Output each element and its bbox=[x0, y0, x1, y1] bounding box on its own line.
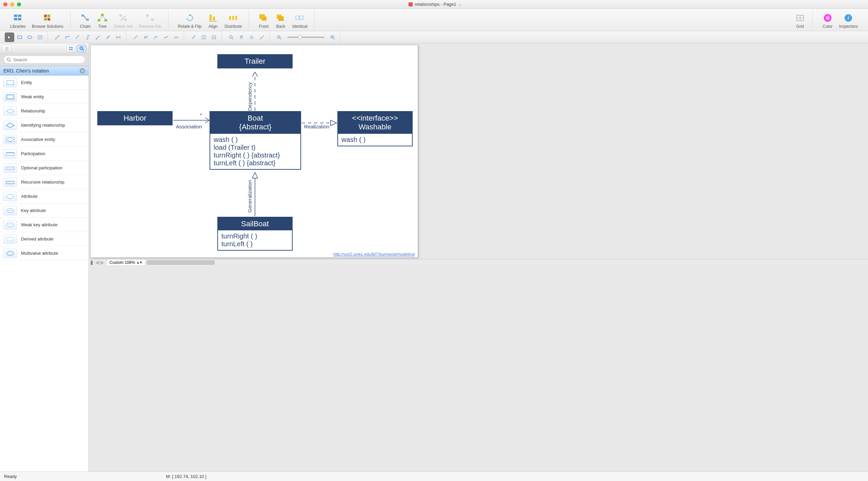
zoom-tool[interactable] bbox=[226, 33, 236, 42]
uml-title: Trailer bbox=[218, 55, 292, 68]
canvas-viewport[interactable]: Trailer Harbor Boat {Abstract} wash ( )l… bbox=[89, 43, 868, 472]
svg-rect-81 bbox=[7, 95, 13, 99]
shape-item[interactable]: Relationship bbox=[0, 104, 88, 118]
delete-link-button[interactable]: Delete link bbox=[112, 10, 135, 29]
svg-rect-16 bbox=[119, 15, 122, 17]
libraries-button[interactable]: Libraries bbox=[8, 10, 28, 29]
zoom-slider[interactable] bbox=[287, 37, 324, 38]
chevron-down-icon[interactable]: ⌄ bbox=[458, 2, 462, 7]
distribute-button[interactable]: Distribute bbox=[222, 10, 244, 29]
shape-item[interactable]: Multivalue attribute bbox=[0, 246, 88, 260]
tree-button[interactable]: Tree bbox=[95, 10, 110, 29]
panel-close-button[interactable]: ✕ bbox=[80, 68, 85, 74]
uml-class-trailer[interactable]: Trailer bbox=[217, 54, 293, 68]
window-controls bbox=[3, 2, 21, 6]
svg-point-101 bbox=[7, 252, 13, 255]
uml-class-harbor[interactable]: Harbor bbox=[97, 111, 173, 125]
conn-6[interactable] bbox=[103, 33, 113, 42]
conn-2[interactable] bbox=[63, 33, 72, 42]
edit-tool-1[interactable] bbox=[189, 33, 198, 42]
canvas[interactable]: Trailer Harbor Boat {Abstract} wash ( )l… bbox=[90, 45, 418, 258]
color-button[interactable]: Color bbox=[820, 10, 835, 29]
align-icon bbox=[208, 13, 218, 23]
svg-rect-50 bbox=[96, 38, 97, 39]
hand-tool[interactable] bbox=[237, 33, 246, 42]
pointer-tool[interactable] bbox=[5, 33, 14, 42]
edit-tool-3[interactable] bbox=[209, 33, 219, 42]
panel-header[interactable]: ERD, Chen's notation ✕ bbox=[0, 66, 88, 76]
shape-item[interactable]: Optional participation bbox=[0, 161, 88, 175]
back-button[interactable]: Back bbox=[273, 10, 288, 29]
minimize-window-button[interactable] bbox=[10, 2, 14, 6]
sidebar-search-button[interactable] bbox=[77, 45, 86, 52]
identical-label: Identical bbox=[292, 24, 308, 29]
shape-item[interactable]: Derived attribute bbox=[0, 232, 88, 246]
shape-label: Entity bbox=[21, 80, 32, 85]
attribution-link[interactable]: http://sce2.umkc.edu/BIT/burrise/pl/mode… bbox=[333, 252, 415, 257]
uml-interface-washable[interactable]: <<interface>> Washable wash ( ) bbox=[337, 111, 413, 146]
grid-button[interactable]: Grid bbox=[793, 10, 808, 29]
close-window-button[interactable] bbox=[3, 2, 7, 6]
maximize-window-button[interactable] bbox=[17, 2, 21, 6]
polyline-tool[interactable] bbox=[141, 33, 151, 42]
bezier-tool[interactable] bbox=[161, 33, 171, 42]
shape-item[interactable]: Attribute bbox=[0, 189, 88, 204]
next-page-button[interactable]: ▶ bbox=[100, 259, 105, 266]
zoom-out-button[interactable] bbox=[274, 33, 284, 42]
inspectors-button[interactable]: i Inspectors bbox=[837, 10, 860, 29]
stamp-tool[interactable] bbox=[247, 33, 256, 42]
reverse-link-label: Reverse link bbox=[139, 24, 161, 29]
shape-item[interactable]: Weak entity bbox=[0, 90, 88, 104]
freehand-tool[interactable] bbox=[172, 33, 181, 42]
zoom-dropdown[interactable]: Custom 108%▲▼ bbox=[106, 259, 145, 266]
chain-button[interactable]: Chain bbox=[78, 10, 93, 29]
shape-label: Optional participation bbox=[21, 165, 62, 170]
text-tool[interactable] bbox=[35, 33, 45, 42]
conn-7[interactable] bbox=[114, 33, 123, 42]
conn-3[interactable] bbox=[73, 33, 82, 42]
svg-point-61 bbox=[230, 36, 232, 38]
conn-1[interactable] bbox=[53, 33, 62, 42]
shape-item[interactable]: Recursive relationship bbox=[0, 175, 88, 189]
shape-thumb bbox=[3, 92, 17, 102]
shape-item[interactable]: Key attribute bbox=[0, 204, 88, 218]
hscroll-row: ▮ ◀ ▶ Custom 108%▲▼ bbox=[89, 259, 868, 265]
zoom-slider-thumb[interactable] bbox=[298, 35, 302, 39]
svg-line-78 bbox=[82, 49, 84, 50]
shape-label: Weak entity bbox=[21, 94, 44, 99]
svg-rect-76 bbox=[71, 49, 73, 50]
rotate-flip-button[interactable]: Rotate & Flip bbox=[176, 10, 203, 29]
shape-item[interactable]: Entity bbox=[0, 76, 88, 90]
conn-4[interactable] bbox=[83, 33, 93, 42]
status-bar: Ready M: [ 192.74, 102.10 ] bbox=[0, 472, 868, 481]
label-realization: Realization bbox=[304, 124, 329, 129]
shape-item[interactable]: Identifying relationship bbox=[0, 118, 88, 132]
reverse-link-button[interactable]: Reverse link bbox=[137, 10, 163, 29]
align-button[interactable]: Align bbox=[205, 10, 220, 29]
shape-item[interactable]: Weak key attribute bbox=[0, 218, 88, 232]
sidebar-view-grid-button[interactable] bbox=[66, 45, 76, 52]
line-tool[interactable] bbox=[131, 33, 140, 42]
search-input[interactable] bbox=[3, 56, 85, 64]
eyedropper-tool[interactable] bbox=[257, 33, 267, 42]
svg-rect-8 bbox=[81, 15, 84, 17]
svg-marker-82 bbox=[6, 109, 14, 113]
browse-solutions-button[interactable]: Browse Solutions bbox=[30, 10, 65, 29]
front-button[interactable]: Front bbox=[256, 10, 271, 29]
rect-tool[interactable] bbox=[15, 33, 24, 42]
sidebar-view-tree-button[interactable] bbox=[2, 45, 12, 52]
identical-button[interactable]: Identical bbox=[290, 10, 310, 29]
uml-class-boat[interactable]: Boat {Abstract} wash ( )load (Trailer t)… bbox=[210, 111, 301, 170]
ellipse-tool[interactable] bbox=[25, 33, 35, 42]
pages-toggle[interactable]: ▮ bbox=[89, 259, 94, 266]
prev-page-button[interactable]: ◀ bbox=[94, 259, 100, 266]
hscroll-thumb[interactable] bbox=[147, 260, 215, 265]
edit-tool-2[interactable] bbox=[199, 33, 209, 42]
shape-item[interactable]: Participation bbox=[0, 147, 88, 161]
zoom-in-button[interactable] bbox=[328, 33, 337, 42]
curve-tool[interactable] bbox=[151, 33, 161, 42]
uml-class-sailboat[interactable]: SailBoat turnRight ( )turnLeft ( ) bbox=[217, 217, 293, 251]
conn-5[interactable] bbox=[93, 33, 103, 42]
svg-rect-74 bbox=[71, 47, 73, 48]
shape-item[interactable]: Associative entity bbox=[0, 132, 88, 147]
